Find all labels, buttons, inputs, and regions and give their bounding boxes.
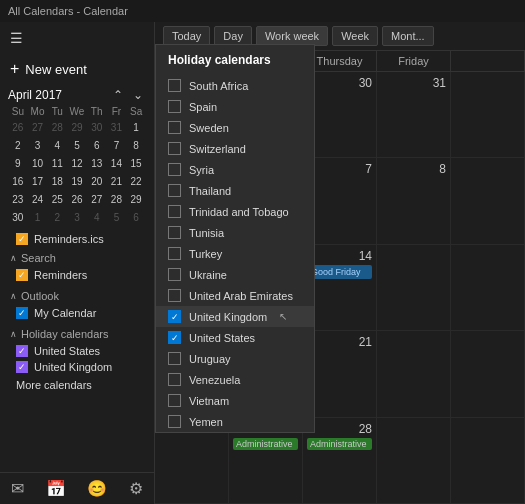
outlook-section-header[interactable]: ∧ Outlook — [0, 287, 154, 305]
thailand-checkbox[interactable] — [168, 184, 181, 197]
dropdown-item[interactable]: Yemen — [156, 411, 314, 432]
cal-cell[interactable] — [451, 72, 525, 158]
dropdown-item[interactable]: Venezuela — [156, 369, 314, 390]
cal-day[interactable]: 15 — [126, 155, 146, 173]
cal-day[interactable]: 28 — [47, 119, 67, 137]
work-week-button[interactable]: Work week — [256, 26, 328, 46]
admin-event-1[interactable]: Administrative — [233, 438, 298, 450]
trinidad-checkbox[interactable] — [168, 205, 181, 218]
cal-cell[interactable] — [451, 418, 525, 504]
cal-day[interactable]: 6 — [87, 137, 107, 155]
cal-day[interactable]: 2 — [47, 209, 67, 227]
people-icon[interactable]: 😊 — [87, 479, 107, 498]
good-friday-event[interactable]: Good Friday — [307, 265, 372, 279]
uk-checkbox[interactable] — [168, 310, 181, 323]
cal-day[interactable]: 5 — [107, 209, 127, 227]
uae-checkbox[interactable] — [168, 289, 181, 302]
cal-day[interactable]: 9 — [8, 155, 28, 173]
cal-day[interactable]: 23 — [8, 191, 28, 209]
cal-day[interactable]: 10 — [28, 155, 48, 173]
reminders-ics-checkbox[interactable] — [16, 233, 28, 245]
south-africa-checkbox[interactable] — [168, 79, 181, 92]
dropdown-item[interactable]: United Kingdom ↖ — [156, 306, 314, 327]
prev-month-button[interactable]: ⌃ — [110, 88, 126, 102]
uruguay-checkbox[interactable] — [168, 352, 181, 365]
cal-day[interactable]: 4 — [47, 137, 67, 155]
dropdown-item[interactable]: Spain — [156, 96, 314, 117]
us-checkbox[interactable] — [168, 331, 181, 344]
cal-cell[interactable]: 31 — [377, 72, 451, 158]
day-button[interactable]: Day — [214, 26, 252, 46]
week-button[interactable]: Week — [332, 26, 378, 46]
dropdown-item[interactable]: Uruguay — [156, 348, 314, 369]
holiday-section-header[interactable]: ∧ Holiday calendars — [0, 325, 154, 343]
today-button[interactable]: Today — [163, 26, 210, 46]
cal-day[interactable]: 21 — [107, 173, 127, 191]
mail-icon[interactable]: ✉ — [11, 479, 24, 498]
admin-event-2[interactable]: Administrative — [307, 438, 372, 450]
cal-day[interactable]: 11 — [47, 155, 67, 173]
cal-day[interactable]: 3 — [67, 209, 87, 227]
reminders-item[interactable]: Reminders — [0, 267, 154, 283]
dropdown-item[interactable]: Trinidad and Tobago — [156, 201, 314, 222]
syria-checkbox[interactable] — [168, 163, 181, 176]
reminders-checkbox[interactable] — [16, 269, 28, 281]
cal-day[interactable]: 3 — [28, 137, 48, 155]
spain-checkbox[interactable] — [168, 100, 181, 113]
cal-cell[interactable] — [451, 331, 525, 417]
cal-day[interactable]: 27 — [28, 119, 48, 137]
cal-cell[interactable] — [377, 245, 451, 331]
switzerland-checkbox[interactable] — [168, 142, 181, 155]
yemen-checkbox[interactable] — [168, 415, 181, 428]
dropdown-item[interactable]: Turkey — [156, 243, 314, 264]
sweden-checkbox[interactable] — [168, 121, 181, 134]
cal-day[interactable]: 4 — [87, 209, 107, 227]
search-section-header[interactable]: ∧ Search — [0, 249, 154, 267]
cal-cell[interactable] — [377, 331, 451, 417]
dropdown-item[interactable]: Sweden — [156, 117, 314, 138]
cal-day[interactable]: 12 — [67, 155, 87, 173]
cal-day[interactable]: 17 — [28, 173, 48, 191]
cal-cell[interactable] — [451, 245, 525, 331]
cal-day[interactable]: 1 — [28, 209, 48, 227]
new-event-button[interactable]: + New event — [0, 54, 154, 84]
dropdown-item[interactable]: United States — [156, 327, 314, 348]
cal-day[interactable]: 25 — [47, 191, 67, 209]
cal-day[interactable]: 26 — [67, 191, 87, 209]
cal-day[interactable]: 2 — [8, 137, 28, 155]
cal-cell[interactable]: 8 — [377, 158, 451, 244]
calendar-icon[interactable]: 📅 — [46, 479, 66, 498]
cal-day[interactable]: 29 — [126, 191, 146, 209]
us-holiday-checkbox[interactable] — [16, 345, 28, 357]
cal-day[interactable]: 28 — [107, 191, 127, 209]
cal-cell[interactable] — [377, 418, 451, 504]
settings-icon[interactable]: ⚙ — [129, 479, 143, 498]
cal-day[interactable]: 22 — [126, 173, 146, 191]
next-month-button[interactable]: ⌄ — [130, 88, 146, 102]
tunisia-checkbox[interactable] — [168, 226, 181, 239]
more-calendars-item[interactable]: More calendars — [0, 377, 154, 393]
cal-day[interactable]: 14 — [107, 155, 127, 173]
cal-day[interactable]: 30 — [87, 119, 107, 137]
cal-day[interactable]: 8 — [126, 137, 146, 155]
cal-day[interactable]: 29 — [67, 119, 87, 137]
reminders-ics-item[interactable]: Reminders.ics — [0, 231, 154, 247]
cal-day[interactable]: 13 — [87, 155, 107, 173]
cal-day[interactable]: 6 — [126, 209, 146, 227]
my-calendar-checkbox[interactable] — [16, 307, 28, 319]
dropdown-item[interactable]: Vietnam — [156, 390, 314, 411]
cal-day[interactable]: 18 — [47, 173, 67, 191]
cal-day[interactable]: 7 — [107, 137, 127, 155]
cal-day[interactable]: 20 — [87, 173, 107, 191]
vietnam-checkbox[interactable] — [168, 394, 181, 407]
cal-day[interactable]: 19 — [67, 173, 87, 191]
cal-day[interactable]: 27 — [87, 191, 107, 209]
dropdown-item[interactable]: South Africa — [156, 75, 314, 96]
turkey-checkbox[interactable] — [168, 247, 181, 260]
month-button[interactable]: Mont... — [382, 26, 434, 46]
uk-holiday-item[interactable]: United Kingdom — [0, 359, 154, 375]
venezuela-checkbox[interactable] — [168, 373, 181, 386]
us-holiday-item[interactable]: United States — [0, 343, 154, 359]
cal-day[interactable]: 31 — [107, 119, 127, 137]
dropdown-item[interactable]: United Arab Emirates — [156, 285, 314, 306]
